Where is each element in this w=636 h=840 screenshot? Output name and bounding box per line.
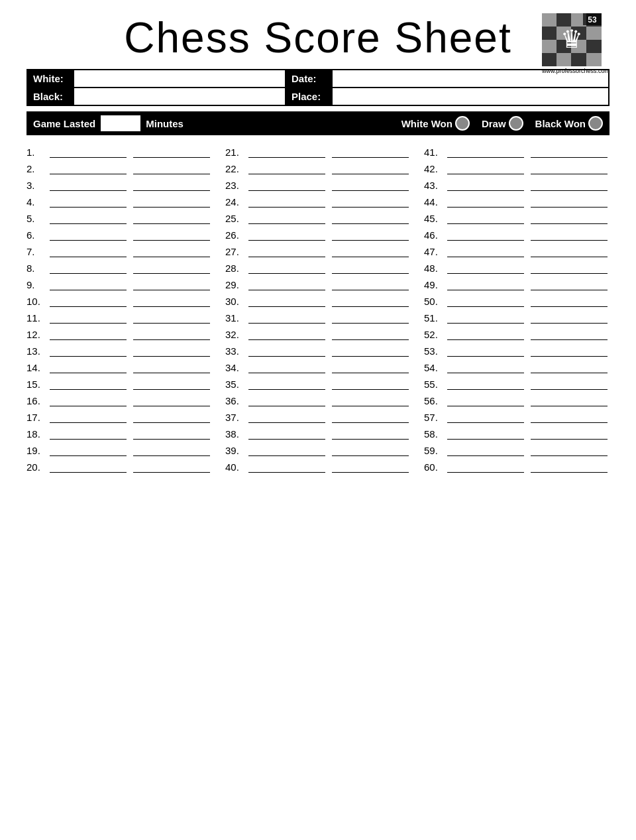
svg-rect-13 bbox=[542, 53, 556, 66]
svg-rect-1 bbox=[542, 13, 556, 27]
move-row: 59. bbox=[424, 444, 610, 456]
logo-box: ♛ 53 bbox=[542, 13, 602, 66]
place-input[interactable] bbox=[332, 88, 609, 105]
move-row: 43. bbox=[424, 179, 610, 191]
move-row: 35. bbox=[225, 378, 411, 390]
move-row: 9. bbox=[26, 278, 212, 290]
move-row: 45. bbox=[424, 212, 610, 224]
white-won-circle[interactable] bbox=[455, 116, 470, 131]
move-row: 44. bbox=[424, 196, 610, 208]
logo-area: ♛ 53 www.professorchess.com bbox=[542, 13, 610, 74]
move-row: 10. bbox=[26, 295, 212, 307]
move-row: 20. bbox=[26, 461, 212, 473]
game-bar: Game Lasted Minutes White Won Draw Black… bbox=[26, 111, 610, 135]
svg-rect-16 bbox=[586, 53, 602, 66]
move-row: 36. bbox=[225, 394, 411, 406]
move-row: 57. bbox=[424, 411, 610, 423]
white-won-label: White Won bbox=[401, 118, 452, 129]
move-row: 40. bbox=[225, 461, 411, 473]
move-row: 55. bbox=[424, 378, 610, 390]
move-row: 50. bbox=[424, 295, 610, 307]
move-row: 53. bbox=[424, 345, 610, 357]
move-row: 25. bbox=[225, 212, 411, 224]
move-row: 34. bbox=[225, 361, 411, 373]
player-info-table: White: Date: Black: Place: bbox=[26, 69, 610, 106]
move-row: 14. bbox=[26, 361, 212, 373]
draw-circle[interactable] bbox=[509, 116, 523, 131]
move-row: 21. bbox=[225, 146, 411, 158]
white-label: White: bbox=[27, 70, 74, 88]
svg-rect-9 bbox=[542, 40, 556, 53]
date-label: Date: bbox=[286, 70, 332, 88]
move-row: 15. bbox=[26, 378, 212, 390]
move-row: 54. bbox=[424, 361, 610, 373]
svg-rect-12 bbox=[586, 40, 602, 53]
move-row: 3. bbox=[26, 179, 212, 191]
website-url: www.professorchess.com bbox=[542, 68, 610, 74]
moves-section: 1. 2. 3. 4. 5. 6. 7. 8. 9. 10. 11. 12. 1… bbox=[26, 146, 610, 477]
page-title: Chess Score Sheet bbox=[26, 13, 610, 62]
move-row: 17. bbox=[26, 411, 212, 423]
minutes-input[interactable] bbox=[101, 115, 140, 131]
move-row: 1. bbox=[26, 146, 212, 158]
black-won-circle[interactable] bbox=[588, 116, 603, 131]
move-row: 51. bbox=[424, 312, 610, 324]
move-row: 30. bbox=[225, 295, 411, 307]
move-row: 7. bbox=[26, 245, 212, 257]
svg-rect-14 bbox=[556, 53, 571, 66]
svg-text:♛: ♛ bbox=[560, 25, 583, 53]
move-row: 47. bbox=[424, 245, 610, 257]
black-won-option[interactable]: Black Won bbox=[535, 116, 603, 131]
move-row: 42. bbox=[424, 162, 610, 174]
move-row: 31. bbox=[225, 312, 411, 324]
move-row: 26. bbox=[225, 229, 411, 241]
svg-rect-8 bbox=[586, 27, 602, 40]
draw-label: Draw bbox=[482, 118, 506, 129]
moves-col-2: 21. 22. 23. 24. 25. 26. 27. 28. 29. 30. … bbox=[225, 146, 411, 477]
place-label: Place: bbox=[286, 88, 332, 105]
move-row: 27. bbox=[225, 245, 411, 257]
draw-option[interactable]: Draw bbox=[482, 116, 523, 131]
move-row: 4. bbox=[26, 196, 212, 208]
move-row: 32. bbox=[225, 328, 411, 340]
move-row: 56. bbox=[424, 394, 610, 406]
move-row: 16. bbox=[26, 394, 212, 406]
white-won-option[interactable]: White Won bbox=[401, 116, 470, 131]
move-row: 22. bbox=[225, 162, 411, 174]
black-label: Black: bbox=[27, 88, 74, 105]
move-row: 48. bbox=[424, 262, 610, 274]
black-name-input[interactable] bbox=[74, 88, 286, 105]
move-row: 29. bbox=[225, 278, 411, 290]
move-row: 11. bbox=[26, 312, 212, 324]
move-row: 33. bbox=[225, 345, 411, 357]
svg-rect-5 bbox=[542, 27, 556, 40]
game-lasted-label: Game Lasted bbox=[33, 118, 95, 129]
moves-col-1: 1. 2. 3. 4. 5. 6. 7. 8. 9. 10. 11. 12. 1… bbox=[26, 146, 212, 477]
move-row: 58. bbox=[424, 428, 610, 440]
move-row: 8. bbox=[26, 262, 212, 274]
svg-rect-2 bbox=[556, 13, 571, 27]
move-row: 18. bbox=[26, 428, 212, 440]
move-row: 49. bbox=[424, 278, 610, 290]
move-row: 52. bbox=[424, 328, 610, 340]
move-row: 12. bbox=[26, 328, 212, 340]
white-name-input[interactable] bbox=[74, 70, 286, 88]
move-row: 39. bbox=[225, 444, 411, 456]
move-row: 13. bbox=[26, 345, 212, 357]
svg-text:53: 53 bbox=[588, 15, 597, 25]
move-row: 46. bbox=[424, 229, 610, 241]
move-row: 28. bbox=[225, 262, 411, 274]
black-won-label: Black Won bbox=[535, 118, 586, 129]
page-header: Chess Score Sheet bbox=[26, 13, 610, 62]
move-row: 23. bbox=[225, 179, 411, 191]
move-row: 5. bbox=[26, 212, 212, 224]
move-row: 41. bbox=[424, 146, 610, 158]
svg-rect-15 bbox=[571, 53, 586, 66]
moves-col-3: 41. 42. 43. 44. 45. 46. 47. 48. 49. 50. … bbox=[424, 146, 610, 477]
move-row: 24. bbox=[225, 196, 411, 208]
minutes-label: Minutes bbox=[146, 118, 184, 129]
move-row: 38. bbox=[225, 428, 411, 440]
move-row: 37. bbox=[225, 411, 411, 423]
move-row: 6. bbox=[26, 229, 212, 241]
move-row: 19. bbox=[26, 444, 212, 456]
